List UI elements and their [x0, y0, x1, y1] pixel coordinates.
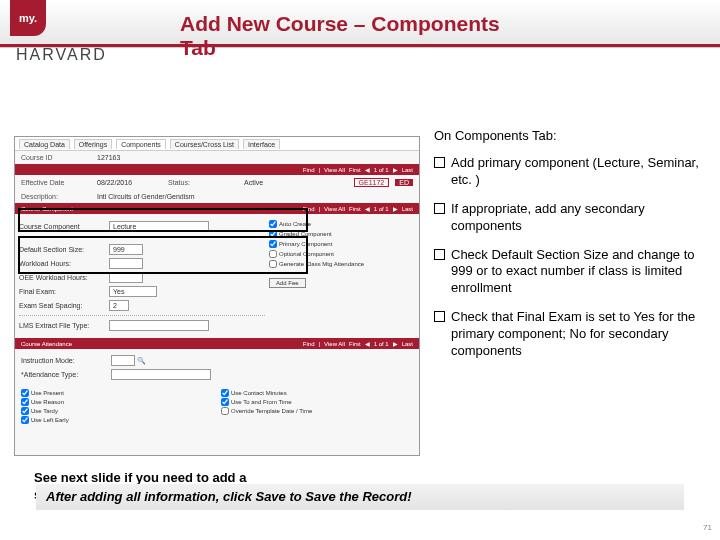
nav-range-3: 1 of 1	[374, 341, 389, 347]
nav-viewall-2[interactable]: View All	[324, 206, 345, 212]
tab-offerings[interactable]: Offerings	[74, 139, 112, 149]
logo-my-badge: my.	[10, 0, 46, 36]
primary-label: Primary Component	[279, 241, 332, 247]
oee-workload-input[interactable]	[109, 272, 143, 283]
status-label: Status:	[168, 179, 238, 186]
attend-type-select[interactable]	[111, 369, 211, 380]
logo: my. HARVARD	[10, 0, 140, 38]
gen-attend-label: Generate Class Mtg Attendance	[279, 261, 364, 267]
eff-date-value: 08/22/2016	[97, 179, 132, 186]
workload-label: Workload Hours:	[19, 260, 109, 267]
bullet-1: Add primary component (Lecture, Seminar,…	[434, 155, 710, 189]
use-tardy-label: Use Tardy	[31, 408, 58, 414]
course-component-select[interactable]: Lecture	[109, 221, 209, 232]
graded-checkbox[interactable]	[269, 230, 277, 238]
checkbox-icon	[434, 249, 445, 260]
bullet-2: If appropriate, add any secondary compon…	[434, 201, 710, 235]
use-contact-checkbox[interactable]	[221, 389, 229, 397]
instr-mode-label: Instruction Mode:	[21, 357, 111, 364]
nav-find-2[interactable]: Find	[303, 206, 315, 212]
use-tardy-checkbox[interactable]	[21, 407, 29, 415]
bullet-4: Check that Final Exam is set to Yes for …	[434, 309, 710, 360]
attend-type-label: *Attendance Type:	[21, 371, 111, 378]
nav-first-3[interactable]: First	[349, 341, 361, 347]
use-present-label: Use Present	[31, 390, 64, 396]
nav-viewall[interactable]: View All	[324, 167, 345, 173]
optional-label: Optional Component	[279, 251, 334, 257]
tab-bar: Catalog Data Offerings Components Course…	[15, 137, 419, 151]
exam-seat-input[interactable]: 2	[109, 300, 129, 311]
use-reason-checkbox[interactable]	[21, 398, 29, 406]
use-left-early-checkbox[interactable]	[21, 416, 29, 424]
checkbox-icon	[434, 203, 445, 214]
graded-label: Graded Component	[279, 231, 332, 237]
descript-value: Intl Circuits of Gender/Gendism	[97, 193, 195, 200]
tab-interface[interactable]: Interface	[243, 139, 280, 149]
oee-workload-label: OEE Workload Hours:	[19, 274, 109, 281]
use-tofrom-label: Use To and From Time	[231, 399, 292, 405]
use-tofrom-checkbox[interactable]	[221, 398, 229, 406]
descript-label: Description:	[21, 193, 91, 200]
nav-range-2: 1 of 1	[374, 206, 389, 212]
toolbar-1: Find| View All First◀ 1 of 1▶ Last	[15, 164, 419, 175]
add-fee-button[interactable]: Add Fee	[269, 278, 306, 288]
nav-last[interactable]: Last	[402, 167, 413, 173]
page-number: 71	[703, 523, 712, 532]
final-exam-select[interactable]: Yes	[109, 286, 157, 297]
primary-checkbox[interactable]	[269, 240, 277, 248]
auto-create-label: Auto Create	[279, 221, 311, 227]
nav-last-3[interactable]: Last	[402, 341, 413, 347]
optional-checkbox[interactable]	[269, 250, 277, 258]
gen-attend-checkbox[interactable]	[269, 260, 277, 268]
title-underline	[0, 44, 720, 47]
use-contact-label: Use Contact Minutes	[231, 390, 287, 396]
workload-input[interactable]	[109, 258, 143, 269]
default-section-label: Default Section Size:	[19, 246, 109, 253]
nav-viewall-3[interactable]: View All	[324, 341, 345, 347]
use-left-early-label: Use Left Early	[31, 417, 69, 423]
instr-mode-input[interactable]	[111, 355, 135, 366]
use-reason-label: Use Reason	[31, 399, 64, 405]
tab-cross-list[interactable]: Courses/Cross List	[170, 139, 239, 149]
tag-ed: ED	[395, 179, 413, 186]
nav-find-3[interactable]: Find	[303, 341, 315, 347]
lms-file-select[interactable]	[109, 320, 209, 331]
auto-create-checkbox[interactable]	[269, 220, 277, 228]
exam-seat-label: Exam Seat Spacing:	[19, 302, 109, 309]
status-value: Active	[244, 179, 263, 186]
checkbox-icon	[434, 157, 445, 168]
override-tpl-label: Override Template Date / Time	[231, 408, 312, 414]
use-present-checkbox[interactable]	[21, 389, 29, 397]
bullet-3: Check Default Section Size and change to…	[434, 247, 710, 298]
nav-first[interactable]: First	[349, 167, 361, 173]
slide-header: my. HARVARD Add New Course – Components …	[0, 0, 720, 48]
checkbox-icon	[434, 311, 445, 322]
nav-last-2[interactable]: Last	[402, 206, 413, 212]
course-id-value: 127163	[97, 154, 120, 161]
section-course-attendance: Course Attendance Find| View All First◀ …	[15, 338, 419, 349]
nav-range: 1 of 1	[374, 167, 389, 173]
override-tpl-checkbox[interactable]	[221, 407, 229, 415]
course-id-label: Course ID	[21, 154, 91, 161]
default-section-input[interactable]: 999	[109, 244, 143, 255]
nav-first-2[interactable]: First	[349, 206, 361, 212]
final-exam-label: Final Exam:	[19, 288, 109, 295]
lms-file-label: LMS Extract File Type:	[19, 322, 109, 329]
eff-date-label: Effective Date	[21, 179, 91, 186]
instructions-panel: On Components Tab: Add primary component…	[434, 128, 710, 372]
tab-components[interactable]: Components	[116, 139, 166, 149]
footer-text: After adding all information, click Save…	[36, 484, 684, 509]
tab-catalog-data[interactable]: Catalog Data	[19, 139, 70, 149]
course-component-label: Course Component	[19, 223, 109, 230]
footer-bar: After adding all information, click Save…	[36, 484, 684, 510]
section-course-component: Course Component Find| View All First◀ 1…	[15, 203, 419, 214]
instructions-heading: On Components Tab:	[434, 128, 710, 143]
app-screenshot: Catalog Data Offerings Components Course…	[14, 136, 420, 456]
tag-ge: GE1172	[354, 178, 390, 187]
nav-find[interactable]: Find	[303, 167, 315, 173]
